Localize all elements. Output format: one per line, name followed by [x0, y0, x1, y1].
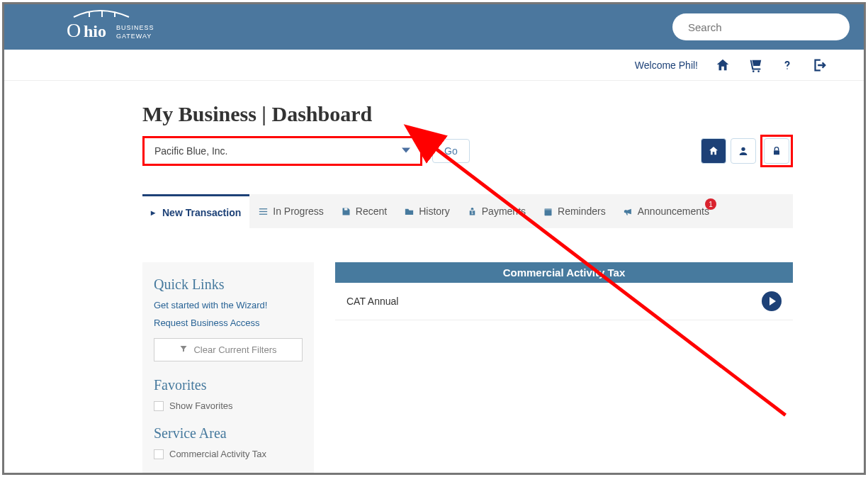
top-bar: O hio BUSINESS GATEWAY — [4, 4, 864, 50]
page-title: My Business | Dashboard — [142, 102, 793, 126]
service-area-checkbox[interactable]: Commercial Activity Tax — [154, 449, 303, 459]
payments-icon: $ — [467, 206, 478, 217]
tab-payments[interactable]: $ Payments — [458, 194, 534, 228]
view-toggle-group — [701, 135, 793, 167]
filter-icon — [179, 344, 188, 355]
lock-button-highlight — [760, 135, 793, 167]
controls-row: Pacific Blue, Inc. Go — [142, 135, 793, 167]
tab-label: History — [419, 206, 450, 217]
favorites-title: Favorites — [154, 377, 303, 393]
tab-label: Reminders — [558, 206, 606, 217]
ohio-logo: O hio BUSINESS GATEWAY — [61, 10, 167, 44]
service-area-label: Commercial Activity Tax — [169, 449, 266, 459]
megaphone-icon — [623, 206, 633, 217]
tab-label: Recent — [356, 206, 387, 217]
tab-label: Payments — [482, 206, 526, 217]
chevron-down-icon — [402, 145, 410, 157]
search-input[interactable] — [687, 21, 835, 34]
dashboard-home-button[interactable] — [701, 138, 726, 164]
transaction-label: CAT Annual — [346, 296, 398, 307]
checkbox-icon — [154, 449, 164, 459]
svg-point-7 — [787, 68, 788, 69]
lock-button[interactable] — [764, 138, 789, 164]
svg-point-8 — [741, 147, 745, 151]
business-select[interactable]: Pacific Blue, Inc. — [142, 136, 422, 166]
tab-recent[interactable]: Recent — [332, 194, 395, 228]
transaction-row-cat-annual[interactable]: CAT Annual — [335, 283, 793, 320]
svg-rect-9 — [774, 150, 779, 155]
svg-text:O: O — [67, 19, 81, 41]
tab-announcements[interactable]: Announcements 1 — [614, 194, 718, 228]
search-box[interactable] — [672, 13, 850, 40]
welcome-text: Welcome Phil! — [635, 60, 698, 71]
svg-text:hio: hio — [84, 22, 106, 40]
quick-links-title: Quick Links — [154, 276, 303, 293]
user-bar: Welcome Phil! — [4, 50, 864, 81]
home-icon[interactable] — [715, 57, 731, 73]
svg-rect-11 — [259, 211, 267, 211]
svg-text:$: $ — [471, 211, 473, 215]
show-favorites-checkbox[interactable]: Show Favorites — [154, 400, 303, 411]
go-button[interactable]: Go — [432, 139, 470, 163]
cart-icon[interactable] — [748, 57, 763, 73]
announcements-badge: 1 — [705, 198, 716, 210]
recent-icon — [341, 206, 351, 217]
service-area-title: Service Area — [154, 425, 303, 442]
svg-text:BUSINESS: BUSINESS — [116, 24, 154, 31]
help-icon[interactable] — [780, 58, 794, 72]
logout-icon[interactable] — [811, 57, 827, 73]
request-access-link[interactable]: Request Business Access — [154, 318, 303, 328]
main-panel: Commercial Activity Tax CAT Annual — [335, 262, 793, 473]
sidebar: Quick Links Get started with the Wizard!… — [142, 262, 314, 473]
tab-label: New Transaction — [162, 207, 241, 218]
folder-icon — [404, 206, 415, 217]
business-select-value: Pacific Blue, Inc. — [154, 145, 228, 157]
content-area: My Business | Dashboard Pacific Blue, In… — [4, 81, 864, 473]
tab-label: In Progress — [273, 206, 324, 217]
tab-new-transaction[interactable]: New Transaction — [142, 194, 249, 228]
svg-rect-16 — [545, 208, 552, 211]
clear-filters-label: Clear Current Filters — [193, 344, 276, 355]
section-header: Commercial Activity Tax — [335, 262, 793, 283]
tab-label: Announcements — [638, 206, 709, 217]
svg-rect-12 — [259, 213, 267, 214]
tab-bar: New Transaction In Progress Recent Histo… — [142, 194, 793, 228]
svg-rect-13 — [344, 208, 347, 210]
wizard-link[interactable]: Get started with the Wizard! — [154, 300, 303, 310]
tab-history[interactable]: History — [395, 194, 458, 228]
svg-rect-10 — [259, 208, 267, 209]
calendar-icon — [543, 206, 553, 217]
checkbox-icon — [154, 401, 164, 411]
user-profile-button[interactable] — [731, 138, 756, 164]
tab-reminders[interactable]: Reminders — [534, 194, 614, 228]
clear-filters-button[interactable]: Clear Current Filters — [154, 338, 303, 361]
play-icon — [762, 291, 782, 311]
tab-in-progress[interactable]: In Progress — [249, 194, 332, 228]
list-icon — [258, 206, 269, 217]
show-favorites-label: Show Favorites — [169, 400, 233, 411]
svg-text:GATEWAY: GATEWAY — [116, 33, 152, 40]
